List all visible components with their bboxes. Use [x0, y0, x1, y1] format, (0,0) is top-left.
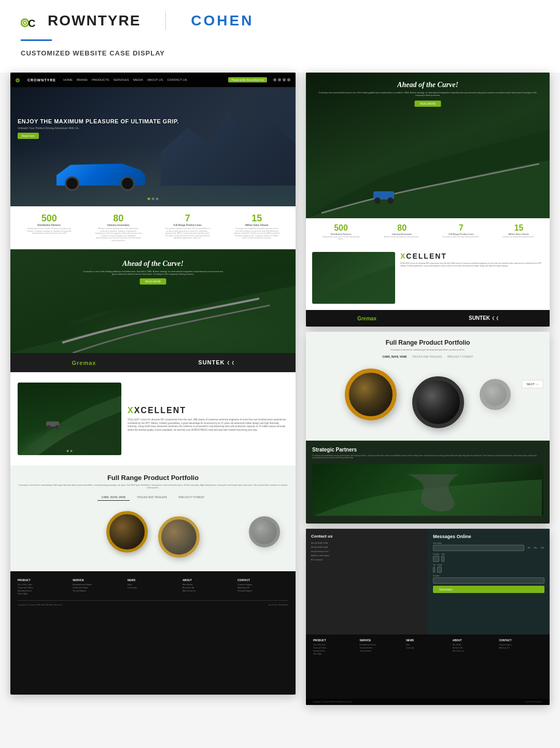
xcellent-description: XCELLENT is born for absolute NO comprom…	[128, 418, 288, 432]
road-read-more-button[interactable]: READ MORE	[140, 278, 166, 285]
left-navbar: CROWNTYRE HOME BRAND PRODUCTS SERVICES M…	[10, 73, 296, 87]
rb-footer-about-2[interactable]: Brochures / Al	[453, 647, 496, 649]
footer-about-item-3[interactable]: Why Choose Us	[183, 590, 233, 592]
svg-point-3	[16, 79, 19, 82]
rb-footer-about-1[interactable]: Who We Are	[453, 644, 496, 646]
rb-radio-ms[interactable]: ○ Ms.	[540, 547, 544, 549]
rm-next-button[interactable]: NEXT →	[522, 380, 543, 388]
rt-stat-desc-80: Whether research development, order plac…	[384, 236, 420, 238]
rb-company: A Coventyne	[311, 558, 423, 561]
social-icon-3[interactable]	[283, 78, 286, 81]
rb-tel-input[interactable]	[433, 567, 435, 573]
footer-links[interactable]: Tyre Finder | RealtyStore	[268, 604, 288, 606]
footer-news-item-2[interactable]: Community	[128, 587, 178, 589]
rb-footer-product-title: PRODUCT	[313, 639, 357, 642]
footer-news-item-1[interactable]: News	[128, 584, 178, 586]
portfolio-tab-cars[interactable]: CARS, SUVS, VANS	[97, 494, 130, 501]
rt-stat-desc-500: Headquartered in the center of China's m…	[320, 236, 362, 241]
social-icon-2[interactable]	[278, 78, 281, 81]
rm-tires-display	[313, 363, 542, 433]
footer-col-product: PRODUCT Cars, SUVs, Vans Trucks and Trai…	[18, 578, 68, 596]
rb-footer-news-1[interactable]: News	[406, 644, 450, 646]
footer-col-contact: CONTACT Customer Support Marketing / QC …	[237, 578, 288, 596]
portfolio-tab-trucks[interactable]: TRUCKS AND TRAILERS	[133, 494, 171, 501]
xcellent-road-image	[18, 383, 121, 455]
rb-footer-product-3[interactable]: Specialty Fitment	[313, 650, 357, 652]
social-icon-4[interactable]	[287, 78, 290, 81]
right-top-screenshot: Ahead of the Curve! Crowntyre has succes…	[306, 73, 550, 327]
rb-submit-button[interactable]: Submission	[433, 586, 544, 593]
footer-contact-item-1[interactable]: Customer Support	[237, 584, 288, 586]
rb-radio-mrs[interactable]: ○ Mrs.	[533, 547, 538, 549]
footer-service-item-3[interactable]: Tire and Inflation	[73, 590, 123, 592]
rb-form-row-2: Tel Email	[433, 564, 544, 573]
rb-name-input[interactable]	[433, 545, 524, 551]
rb-footer-about-3[interactable]: Why Choose Us	[453, 650, 496, 652]
rt-stat-num-7: 7	[442, 223, 480, 233]
stat-num-15: 15	[233, 214, 280, 223]
hero-dot-1[interactable]	[148, 197, 150, 200]
svg-point-10	[387, 197, 394, 204]
nav-cta-button[interactable]: Please enter the product mo	[228, 77, 267, 82]
nav-item-brand[interactable]: BRAND	[77, 78, 88, 81]
hero-dot-2[interactable]	[152, 197, 155, 200]
rm-tab-cars[interactable]: CARS, SUVS, VANS	[383, 355, 407, 358]
rb-footer-service-title: SERVICE	[360, 639, 403, 642]
rb-country-input[interactable]	[433, 556, 439, 562]
social-icon-1[interactable]	[273, 78, 276, 81]
rt-road-btn[interactable]: READ MORE	[415, 101, 441, 107]
footer-service-item-1[interactable]: Embedded and Policies	[73, 584, 123, 586]
xcellent-dot-active[interactable]	[67, 450, 69, 452]
nav-item-services[interactable]: SERVICES	[114, 78, 129, 81]
rb-footer: PRODUCT Cars, SUVs, Vans Trucks and Trai…	[306, 634, 550, 699]
footer-product-item-2[interactable]: Trucks and Trailers	[18, 587, 68, 589]
footer-product-item-4[interactable]: PCR / NEW	[18, 593, 68, 595]
rm-strategic-title: Strategic Partners	[312, 447, 543, 453]
rb-footer-contact-1[interactable]: Customer Support	[499, 644, 542, 646]
rb-contact-input[interactable]	[433, 577, 544, 584]
nav-item-home[interactable]: HOME	[63, 78, 73, 81]
rt-stat-label-80: Industry Associates	[384, 233, 420, 235]
nav-item-about[interactable]: ABOUT US	[147, 78, 163, 81]
rb-footer-links[interactable]: Tyre Finder | RealtyStore	[525, 701, 542, 703]
rb-footer-news-2[interactable]: Community	[406, 647, 450, 649]
rb-email-input[interactable]	[437, 567, 442, 573]
rb-footer-product-2[interactable]: Trucks and Trailers	[313, 647, 357, 649]
footer-contact-item-2[interactable]: Marketing / QC	[237, 587, 288, 589]
rm-tab-trucks[interactable]: TRUCKS AND TRAILERS	[412, 355, 442, 358]
nav-item-contact[interactable]: CONTACT US	[167, 78, 187, 81]
stat-num-7: 7	[164, 214, 211, 223]
right-mid-content: Full Range Product Portfolio Crowntyre i…	[306, 332, 550, 524]
stat-item-7: 7 Full Range Product Lines Our portfolio…	[164, 214, 211, 242]
partner-suntek-logo: SUNTEK《《	[198, 359, 234, 366]
rm-tab-specialty[interactable]: SPECIALTY FITMENT	[447, 355, 473, 358]
nav-item-media[interactable]: MEDIA	[133, 78, 143, 81]
right-bottom-content: Contact us 86 532 8090 7000 86 532 8667 …	[306, 529, 550, 705]
footer-about-item-1[interactable]: Who We Are	[183, 584, 233, 586]
rb-radio-group: ○ Mr. ○ Mrs. ○ Ms.	[526, 545, 544, 551]
footer-col-about: ABOUT Who We Are Brochures / Al Why Choo…	[183, 578, 233, 596]
portfolio-tab-specialty[interactable]: SPECIALTY FITMENT	[174, 494, 208, 501]
rb-footer-service-1[interactable]: Embedded and Policies	[360, 644, 403, 646]
svg-point-4	[17, 80, 18, 81]
rb-city-input[interactable]	[441, 556, 444, 562]
footer-product-item-1[interactable]: Cars, SUVs, Vans	[18, 584, 68, 586]
right-mid-screenshot: Full Range Product Portfolio Crowntyre i…	[306, 332, 550, 524]
xcellent-dot-1[interactable]	[71, 450, 73, 452]
footer-contact-item-3[interactable]: Technical Support	[237, 590, 288, 592]
rb-footer-product-1[interactable]: Cars, SUVs, Vans	[313, 644, 357, 646]
footer-about-item-2[interactable]: Brochures / Al	[183, 587, 233, 589]
footer-product-item-3[interactable]: Specialty Fitment	[18, 590, 68, 592]
rb-email-group: Email	[437, 564, 442, 573]
rt-stat-label-7: Full Range Product Lines	[442, 233, 480, 235]
hero-dot-3[interactable]	[156, 197, 159, 200]
rt-stat-num-80: 80	[384, 223, 420, 233]
nav-item-products[interactable]: PRODUCTS	[92, 78, 109, 81]
rb-radio-mr[interactable]: ○ Mr.	[526, 547, 530, 549]
rb-footer-contact-2[interactable]: Marketing / QC	[499, 647, 542, 649]
hero-read-more-button[interactable]: Read more	[18, 133, 39, 139]
footer-service-item-2[interactable]: Trucks and Trailers	[73, 587, 123, 589]
rb-footer-product-4[interactable]: PCR / NEW	[313, 653, 357, 655]
rb-footer-service-2[interactable]: Trucks and Trailers	[360, 647, 403, 649]
rb-footer-service-3[interactable]: Tire and Inflation	[360, 650, 403, 652]
